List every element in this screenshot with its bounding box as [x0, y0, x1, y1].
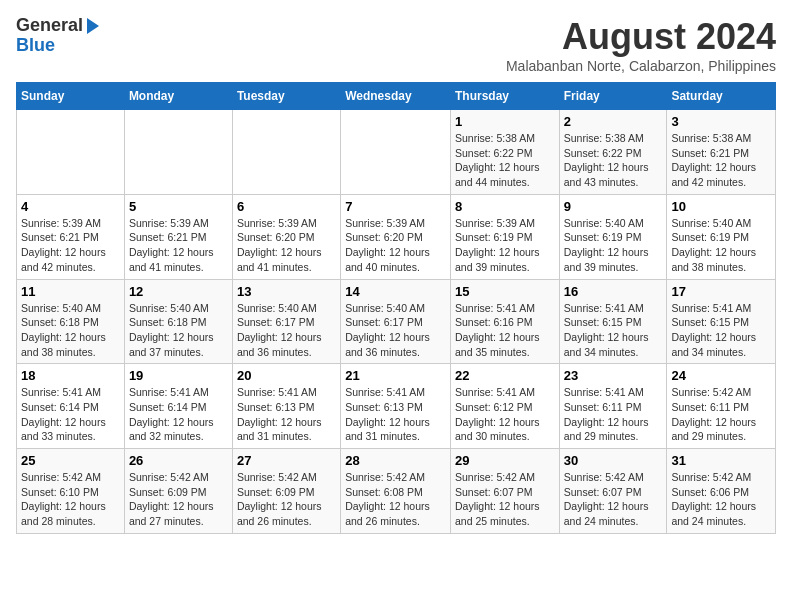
calendar-table: SundayMondayTuesdayWednesdayThursdayFrid…: [16, 82, 776, 534]
day-info: Sunrise: 5:40 AM Sunset: 6:18 PM Dayligh…: [21, 301, 120, 360]
calendar-cell: 25Sunrise: 5:42 AM Sunset: 6:10 PM Dayli…: [17, 449, 125, 534]
day-number: 13: [237, 284, 336, 299]
day-number: 21: [345, 368, 446, 383]
calendar-cell: 15Sunrise: 5:41 AM Sunset: 6:16 PM Dayli…: [450, 279, 559, 364]
calendar-cell: 13Sunrise: 5:40 AM Sunset: 6:17 PM Dayli…: [232, 279, 340, 364]
day-info: Sunrise: 5:42 AM Sunset: 6:06 PM Dayligh…: [671, 470, 771, 529]
day-number: 31: [671, 453, 771, 468]
day-info: Sunrise: 5:39 AM Sunset: 6:21 PM Dayligh…: [21, 216, 120, 275]
day-info: Sunrise: 5:42 AM Sunset: 6:07 PM Dayligh…: [564, 470, 663, 529]
day-number: 2: [564, 114, 663, 129]
header-saturday: Saturday: [667, 83, 776, 110]
header-friday: Friday: [559, 83, 667, 110]
calendar-cell: 3Sunrise: 5:38 AM Sunset: 6:21 PM Daylig…: [667, 110, 776, 195]
day-info: Sunrise: 5:39 AM Sunset: 6:20 PM Dayligh…: [345, 216, 446, 275]
day-info: Sunrise: 5:38 AM Sunset: 6:22 PM Dayligh…: [455, 131, 555, 190]
calendar-cell: 29Sunrise: 5:42 AM Sunset: 6:07 PM Dayli…: [450, 449, 559, 534]
day-number: 23: [564, 368, 663, 383]
day-info: Sunrise: 5:42 AM Sunset: 6:09 PM Dayligh…: [129, 470, 228, 529]
calendar-cell: [17, 110, 125, 195]
day-info: Sunrise: 5:41 AM Sunset: 6:14 PM Dayligh…: [129, 385, 228, 444]
calendar-cell: 30Sunrise: 5:42 AM Sunset: 6:07 PM Dayli…: [559, 449, 667, 534]
calendar-cell: 26Sunrise: 5:42 AM Sunset: 6:09 PM Dayli…: [124, 449, 232, 534]
day-info: Sunrise: 5:41 AM Sunset: 6:14 PM Dayligh…: [21, 385, 120, 444]
day-number: 10: [671, 199, 771, 214]
calendar-cell: 5Sunrise: 5:39 AM Sunset: 6:21 PM Daylig…: [124, 194, 232, 279]
calendar-cell: 20Sunrise: 5:41 AM Sunset: 6:13 PM Dayli…: [232, 364, 340, 449]
calendar-cell: 22Sunrise: 5:41 AM Sunset: 6:12 PM Dayli…: [450, 364, 559, 449]
calendar-cell: 16Sunrise: 5:41 AM Sunset: 6:15 PM Dayli…: [559, 279, 667, 364]
logo-arrow-icon: [87, 18, 99, 34]
day-number: 9: [564, 199, 663, 214]
logo: General Blue: [16, 16, 99, 56]
day-info: Sunrise: 5:41 AM Sunset: 6:12 PM Dayligh…: [455, 385, 555, 444]
day-info: Sunrise: 5:40 AM Sunset: 6:19 PM Dayligh…: [671, 216, 771, 275]
day-info: Sunrise: 5:39 AM Sunset: 6:20 PM Dayligh…: [237, 216, 336, 275]
day-number: 15: [455, 284, 555, 299]
calendar-header-row: SundayMondayTuesdayWednesdayThursdayFrid…: [17, 83, 776, 110]
day-number: 28: [345, 453, 446, 468]
logo-general: General: [16, 16, 83, 36]
calendar-week-3: 18Sunrise: 5:41 AM Sunset: 6:14 PM Dayli…: [17, 364, 776, 449]
day-info: Sunrise: 5:40 AM Sunset: 6:19 PM Dayligh…: [564, 216, 663, 275]
header: General Blue August 2024 Malabanban Nort…: [16, 16, 776, 74]
day-number: 26: [129, 453, 228, 468]
day-number: 16: [564, 284, 663, 299]
calendar-week-2: 11Sunrise: 5:40 AM Sunset: 6:18 PM Dayli…: [17, 279, 776, 364]
day-info: Sunrise: 5:38 AM Sunset: 6:21 PM Dayligh…: [671, 131, 771, 190]
calendar-cell: 21Sunrise: 5:41 AM Sunset: 6:13 PM Dayli…: [341, 364, 451, 449]
calendar-subtitle: Malabanban Norte, Calabarzon, Philippine…: [506, 58, 776, 74]
day-number: 3: [671, 114, 771, 129]
day-number: 6: [237, 199, 336, 214]
day-info: Sunrise: 5:41 AM Sunset: 6:13 PM Dayligh…: [345, 385, 446, 444]
calendar-cell: 23Sunrise: 5:41 AM Sunset: 6:11 PM Dayli…: [559, 364, 667, 449]
header-wednesday: Wednesday: [341, 83, 451, 110]
day-info: Sunrise: 5:42 AM Sunset: 6:11 PM Dayligh…: [671, 385, 771, 444]
day-number: 1: [455, 114, 555, 129]
calendar-week-1: 4Sunrise: 5:39 AM Sunset: 6:21 PM Daylig…: [17, 194, 776, 279]
day-info: Sunrise: 5:41 AM Sunset: 6:13 PM Dayligh…: [237, 385, 336, 444]
day-info: Sunrise: 5:41 AM Sunset: 6:15 PM Dayligh…: [671, 301, 771, 360]
calendar-cell: 11Sunrise: 5:40 AM Sunset: 6:18 PM Dayli…: [17, 279, 125, 364]
day-number: 7: [345, 199, 446, 214]
day-info: Sunrise: 5:42 AM Sunset: 6:10 PM Dayligh…: [21, 470, 120, 529]
day-info: Sunrise: 5:42 AM Sunset: 6:08 PM Dayligh…: [345, 470, 446, 529]
calendar-cell: 31Sunrise: 5:42 AM Sunset: 6:06 PM Dayli…: [667, 449, 776, 534]
day-number: 24: [671, 368, 771, 383]
logo-blue: Blue: [16, 36, 55, 56]
calendar-cell: 8Sunrise: 5:39 AM Sunset: 6:19 PM Daylig…: [450, 194, 559, 279]
calendar-cell: 7Sunrise: 5:39 AM Sunset: 6:20 PM Daylig…: [341, 194, 451, 279]
calendar-cell: 10Sunrise: 5:40 AM Sunset: 6:19 PM Dayli…: [667, 194, 776, 279]
day-number: 29: [455, 453, 555, 468]
calendar-week-0: 1Sunrise: 5:38 AM Sunset: 6:22 PM Daylig…: [17, 110, 776, 195]
calendar-title: August 2024: [506, 16, 776, 58]
day-info: Sunrise: 5:41 AM Sunset: 6:11 PM Dayligh…: [564, 385, 663, 444]
title-area: August 2024 Malabanban Norte, Calabarzon…: [506, 16, 776, 74]
day-number: 5: [129, 199, 228, 214]
header-tuesday: Tuesday: [232, 83, 340, 110]
header-thursday: Thursday: [450, 83, 559, 110]
day-number: 4: [21, 199, 120, 214]
calendar-cell: 12Sunrise: 5:40 AM Sunset: 6:18 PM Dayli…: [124, 279, 232, 364]
calendar-cell: 18Sunrise: 5:41 AM Sunset: 6:14 PM Dayli…: [17, 364, 125, 449]
calendar-cell: [232, 110, 340, 195]
day-number: 8: [455, 199, 555, 214]
calendar-cell: 24Sunrise: 5:42 AM Sunset: 6:11 PM Dayli…: [667, 364, 776, 449]
header-monday: Monday: [124, 83, 232, 110]
day-info: Sunrise: 5:42 AM Sunset: 6:09 PM Dayligh…: [237, 470, 336, 529]
calendar-cell: 2Sunrise: 5:38 AM Sunset: 6:22 PM Daylig…: [559, 110, 667, 195]
day-number: 19: [129, 368, 228, 383]
day-number: 12: [129, 284, 228, 299]
calendar-cell: 28Sunrise: 5:42 AM Sunset: 6:08 PM Dayli…: [341, 449, 451, 534]
day-info: Sunrise: 5:42 AM Sunset: 6:07 PM Dayligh…: [455, 470, 555, 529]
header-sunday: Sunday: [17, 83, 125, 110]
day-number: 22: [455, 368, 555, 383]
day-number: 11: [21, 284, 120, 299]
day-number: 27: [237, 453, 336, 468]
day-info: Sunrise: 5:41 AM Sunset: 6:15 PM Dayligh…: [564, 301, 663, 360]
calendar-cell: 27Sunrise: 5:42 AM Sunset: 6:09 PM Dayli…: [232, 449, 340, 534]
calendar-cell: 9Sunrise: 5:40 AM Sunset: 6:19 PM Daylig…: [559, 194, 667, 279]
calendar-week-4: 25Sunrise: 5:42 AM Sunset: 6:10 PM Dayli…: [17, 449, 776, 534]
day-info: Sunrise: 5:39 AM Sunset: 6:21 PM Dayligh…: [129, 216, 228, 275]
day-info: Sunrise: 5:40 AM Sunset: 6:18 PM Dayligh…: [129, 301, 228, 360]
